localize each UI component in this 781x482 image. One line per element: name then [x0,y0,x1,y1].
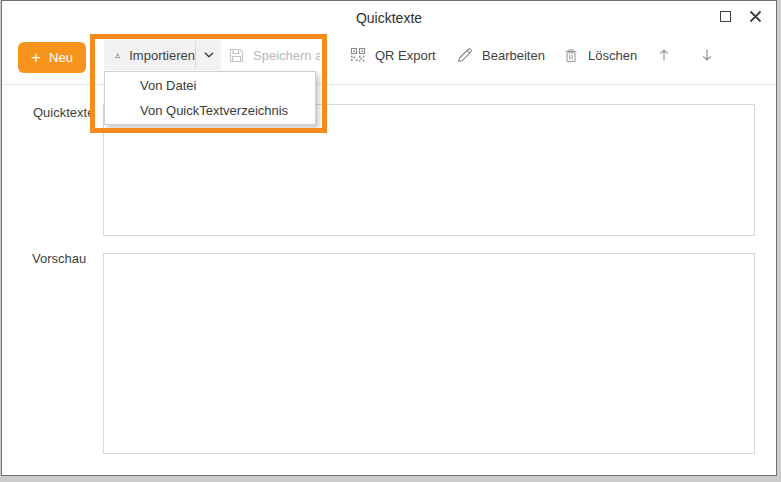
maximize-button[interactable] [708,1,742,31]
quicktexte-dialog: Quicktexte + Neu Importieren [1,0,777,476]
pencil-edit-icon [456,47,473,64]
importieren-dropdown-toggle[interactable] [196,52,221,58]
trash-icon [563,47,579,64]
loeschen-label: Löschen [588,48,637,63]
neu-label: Neu [49,50,73,65]
chevron-down-icon [204,52,214,58]
arrow-up-icon [656,47,672,63]
close-icon [749,10,762,23]
bearbeiten-button[interactable]: Bearbeiten [456,40,545,70]
menu-item-von-quicktextverzeichnis[interactable]: Von QuickTextverzeichnis [105,98,315,123]
vorschau-field-label: Vorschau [32,251,86,266]
menu-item-von-datei[interactable]: Von Datei [105,73,315,98]
importieren-button[interactable]: Importieren [104,40,221,70]
loeschen-button[interactable]: Löschen [563,40,637,70]
titlebar: Quicktexte [2,1,776,33]
maximize-icon [720,11,731,22]
window-title: Quicktexte [2,10,776,26]
importieren-label: Importieren [129,48,195,63]
quicktexte-field-label: Quicktexte [33,105,94,120]
plus-icon: + [31,49,41,66]
neu-button[interactable]: + Neu [18,42,86,73]
arrow-down-icon [699,47,715,63]
importieren-dropdown-menu: Von Datei Von QuickTextverzeichnis [104,71,316,125]
qr-export-button[interactable]: QR Export [350,40,436,70]
speichern-als-button[interactable]: Speichern als [228,40,320,70]
bearbeiten-label: Bearbeiten [482,48,545,63]
save-floppy-icon [228,47,245,64]
import-download-icon [114,47,121,64]
close-button[interactable] [738,1,772,31]
move-down-button[interactable] [695,40,719,70]
move-up-button[interactable] [652,40,676,70]
qr-export-label: QR Export [375,48,436,63]
speichern-als-label: Speichern als [253,48,320,63]
importieren-main[interactable]: Importieren [104,47,195,64]
qr-code-icon [350,47,366,63]
vorschau-preview-box [103,253,755,454]
